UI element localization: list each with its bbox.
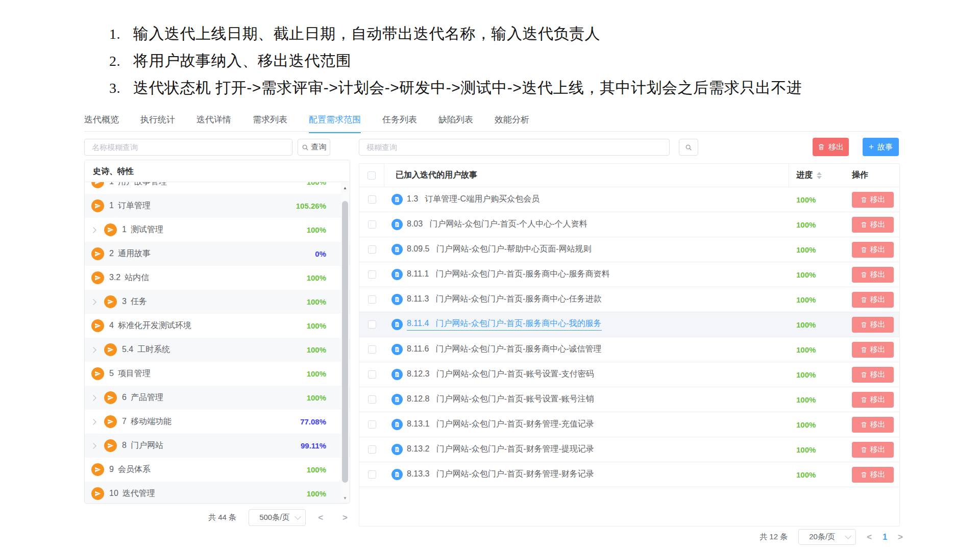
story-title-link[interactable]: 8.12.3门户网站-众包门户-首页-账号设置-支付密码 bbox=[407, 369, 594, 380]
row-checkbox[interactable] bbox=[368, 420, 376, 429]
story-title-link[interactable]: 8.09.5门户网站-众包门户-帮助中心页面-网站规则 bbox=[407, 244, 591, 255]
tab-需求列表[interactable]: 需求列表 bbox=[253, 114, 287, 132]
tab-配置需求范围[interactable]: 配置需求范围 bbox=[309, 114, 361, 133]
story-title-link[interactable]: 8.13.1门户网站-众包门户-首页-财务管理-充值记录 bbox=[407, 419, 594, 430]
tree-scrollbar[interactable]: ▲ ▼ bbox=[341, 183, 349, 503]
tree-item-10-迭代管理[interactable]: 10迭代管理100% bbox=[85, 482, 350, 503]
tree-item-1-测试管理[interactable]: 1测试管理100% bbox=[85, 218, 350, 242]
story-row-8.13.1[interactable]: 8.13.1门户网站-众包门户-首页-财务管理-充值记录100%移出 bbox=[359, 412, 899, 437]
stories-prev-page-button[interactable]: < bbox=[867, 532, 872, 542]
story-row-8.13.3[interactable]: 8.13.3门户网站-众包门户-首页-财务管理-财务记录100%移出 bbox=[359, 462, 899, 487]
row-checkbox[interactable] bbox=[368, 395, 376, 404]
remove-story-button[interactable]: 移出 bbox=[852, 467, 894, 483]
story-cell[interactable]: 8.13.1门户网站-众包门户-首页-财务管理-充值记录 bbox=[384, 412, 789, 437]
row-checkbox[interactable] bbox=[368, 370, 376, 379]
tab-执行统计[interactable]: 执行统计 bbox=[140, 114, 175, 132]
story-title-link[interactable]: 8.12.8门户网站-众包门户-首页-账号设置-账号注销 bbox=[407, 394, 594, 405]
remove-story-button[interactable]: 移出 bbox=[852, 367, 894, 383]
select-all-checkbox[interactable] bbox=[368, 171, 376, 180]
stories-next-page-button[interactable]: > bbox=[898, 532, 903, 542]
remove-story-button[interactable]: 移出 bbox=[852, 317, 894, 333]
story-row-8.11.3[interactable]: 8.11.3门户网站-众包门户-首页-服务商中心-任务进款100%移出 bbox=[359, 287, 899, 312]
remove-story-button[interactable]: 移出 bbox=[852, 267, 894, 283]
scroll-up-icon[interactable]: ▲ bbox=[341, 184, 349, 192]
tree-item-3.2-站内信[interactable]: 3.2站内信100% bbox=[85, 266, 350, 290]
story-cell[interactable]: 8.11.1门户网站-众包门户-首页-服务商中心-服务商资料 bbox=[384, 262, 789, 287]
tree-item-1-订单管理[interactable]: 1订单管理105.26% bbox=[85, 194, 350, 218]
scrollbar-thumb[interactable] bbox=[342, 201, 348, 483]
story-cell[interactable]: 8.11.4门户网站-众包门户-首页-服务商中心-我的服务 bbox=[384, 312, 789, 337]
tree-item-5-项目管理[interactable]: 5项目管理100% bbox=[85, 362, 350, 386]
remove-story-button[interactable]: 移出 bbox=[852, 342, 894, 358]
remove-story-button[interactable]: 移出 bbox=[852, 392, 894, 408]
story-row-8.13.2[interactable]: 8.13.2门户网站-众包门户-首页-财务管理-提现记录100%移出 bbox=[359, 437, 899, 462]
row-checkbox[interactable] bbox=[368, 270, 376, 279]
expand-chevron-icon[interactable] bbox=[91, 444, 104, 448]
remove-story-button[interactable]: 移出 bbox=[852, 442, 894, 458]
tree-item-1-用户故事管理[interactable]: 1用户故事管理100% bbox=[85, 182, 350, 194]
remove-story-button[interactable]: 移出 bbox=[852, 242, 894, 258]
story-title-link[interactable]: 1.3订单管理-C端用户购买众包会员 bbox=[407, 194, 540, 205]
add-story-button[interactable]: + 故事 bbox=[863, 138, 899, 156]
story-cell[interactable]: 8.11.3门户网站-众包门户-首页-服务商中心-任务进款 bbox=[384, 287, 789, 312]
tab-迭代详情[interactable]: 迭代详情 bbox=[197, 114, 231, 132]
tree-item-5.4-工时系统[interactable]: 5.4工时系统100% bbox=[85, 338, 350, 362]
story-cell[interactable]: 8.11.6门户网站-众包门户-首页-服务商中心-诚信管理 bbox=[384, 337, 789, 362]
tree-item-7-移动端功能[interactable]: 7移动端功能77.08% bbox=[85, 410, 350, 434]
story-search-input[interactable] bbox=[359, 139, 670, 156]
remove-selected-button[interactable]: 移出 bbox=[813, 138, 849, 156]
tab-效能分析[interactable]: 效能分析 bbox=[495, 114, 529, 132]
story-title-link[interactable]: 8.11.3门户网站-众包门户-首页-服务商中心-任务进款 bbox=[407, 294, 602, 305]
story-row-8.11.1[interactable]: 8.11.1门户网站-众包门户-首页-服务商中心-服务商资料100%移出 bbox=[359, 262, 899, 287]
story-title-link[interactable]: 8.13.3门户网站-众包门户-首页-财务管理-财务记录 bbox=[407, 469, 594, 480]
story-row-8.11.4[interactable]: 8.11.4门户网站-众包门户-首页-服务商中心-我的服务100%移出 bbox=[359, 312, 899, 337]
tree-item-6-产品管理[interactable]: 6产品管理100% bbox=[85, 386, 350, 410]
sort-desc-icon[interactable] bbox=[817, 176, 822, 179]
row-checkbox[interactable] bbox=[368, 445, 376, 454]
story-cell[interactable]: 8.09.5门户网站-众包门户-帮助中心页面-网站规则 bbox=[384, 237, 789, 262]
row-checkbox[interactable] bbox=[368, 295, 376, 304]
story-title-link[interactable]: 8.11.4门户网站-众包门户-首页-服务商中心-我的服务 bbox=[407, 318, 602, 331]
story-cell[interactable]: 8.13.3门户网站-众包门户-首页-财务管理-财务记录 bbox=[384, 462, 789, 487]
story-title-link[interactable]: 8.11.1门户网站-众包门户-首页-服务商中心-服务商资料 bbox=[407, 269, 610, 280]
expand-chevron-icon[interactable] bbox=[91, 300, 104, 304]
story-row-8.12.8[interactable]: 8.12.8门户网站-众包门户-首页-账号设置-账号注销100%移出 bbox=[359, 387, 899, 412]
story-title-link[interactable]: 8.11.6门户网站-众包门户-首页-服务商中心-诚信管理 bbox=[407, 344, 602, 355]
tree-item-3-任务[interactable]: 3任务100% bbox=[85, 290, 350, 314]
tab-迭代概览[interactable]: 迭代概览 bbox=[84, 114, 119, 132]
expand-chevron-icon[interactable] bbox=[91, 228, 104, 232]
remove-story-button[interactable]: 移出 bbox=[852, 292, 894, 308]
story-title-link[interactable]: 8.13.2门户网站-众包门户-首页-财务管理-提现记录 bbox=[407, 444, 594, 455]
epic-page-size-select[interactable]: 500条/页 bbox=[249, 509, 306, 526]
epic-prev-page-button[interactable]: < bbox=[318, 513, 323, 523]
story-cell[interactable]: 8.13.2门户网站-众包门户-首页-财务管理-提现记录 bbox=[384, 437, 789, 462]
row-checkbox[interactable] bbox=[368, 245, 376, 254]
story-row-1.3[interactable]: 1.3订单管理-C端用户购买众包会员100%移出 bbox=[359, 187, 899, 212]
sort-asc-icon[interactable] bbox=[817, 172, 822, 175]
story-row-8.11.6[interactable]: 8.11.6门户网站-众包门户-首页-服务商中心-诚信管理100%移出 bbox=[359, 337, 899, 362]
tree-item-9-会员体系[interactable]: 9会员体系100% bbox=[85, 458, 350, 482]
row-checkbox[interactable] bbox=[368, 345, 376, 354]
expand-chevron-icon[interactable] bbox=[91, 348, 104, 352]
remove-story-button[interactable]: 移出 bbox=[852, 417, 894, 433]
story-title-link[interactable]: 8.03门户网站-众包门户-首页-个人中心-个人资料 bbox=[407, 219, 587, 230]
remove-story-button[interactable]: 移出 bbox=[852, 217, 894, 233]
story-cell[interactable]: 8.12.8门户网站-众包门户-首页-账号设置-账号注销 bbox=[384, 387, 789, 412]
stories-current-page[interactable]: 1 bbox=[883, 533, 887, 542]
story-row-8.03[interactable]: 8.03门户网站-众包门户-首页-个人中心-个人资料100%移出 bbox=[359, 212, 899, 237]
tree-item-2-通用故事[interactable]: 2通用故事0% bbox=[85, 242, 350, 266]
story-row-8.09.5[interactable]: 8.09.5门户网站-众包门户-帮助中心页面-网站规则100%移出 bbox=[359, 237, 899, 262]
tab-任务列表[interactable]: 任务列表 bbox=[382, 114, 417, 132]
story-cell[interactable]: 1.3订单管理-C端用户购买众包会员 bbox=[384, 187, 789, 212]
tree-item-8-门户网站[interactable]: 8门户网站99.11% bbox=[85, 434, 350, 458]
epic-query-button[interactable]: 查询 bbox=[298, 139, 330, 156]
tree-item-4-标准化开发测试环境[interactable]: 4标准化开发测试环境100% bbox=[85, 314, 350, 338]
row-checkbox[interactable] bbox=[368, 220, 376, 229]
row-checkbox[interactable] bbox=[368, 320, 376, 329]
scroll-down-icon[interactable]: ▼ bbox=[341, 494, 349, 502]
sort-carets-icon[interactable] bbox=[817, 172, 822, 179]
story-cell[interactable]: 8.03门户网站-众包门户-首页-个人中心-个人资料 bbox=[384, 212, 789, 237]
remove-story-button[interactable]: 移出 bbox=[852, 192, 894, 208]
row-checkbox[interactable] bbox=[368, 195, 376, 204]
story-row-8.12.3[interactable]: 8.12.3门户网站-众包门户-首页-账号设置-支付密码100%移出 bbox=[359, 362, 899, 387]
